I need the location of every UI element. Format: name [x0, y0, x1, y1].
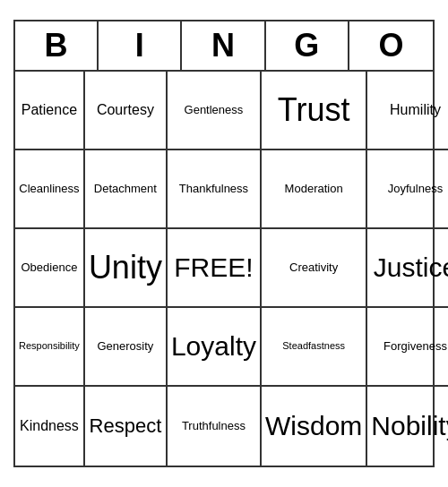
- header-row: BINGO: [15, 21, 433, 72]
- bingo-card: BINGO PatienceCourtesyGentlenessTrustHum…: [13, 20, 435, 467]
- cell-text: Loyalty: [171, 330, 256, 363]
- bingo-cell: Responsibility: [15, 308, 85, 387]
- bingo-grid: PatienceCourtesyGentlenessTrustHumilityC…: [15, 72, 433, 466]
- bingo-cell: Patience: [15, 72, 85, 150]
- bingo-cell: Thankfulness: [168, 150, 262, 229]
- cell-text: Obedience: [21, 261, 77, 275]
- bingo-cell: Forgiveness: [367, 308, 448, 387]
- bingo-cell: Justice: [367, 229, 448, 308]
- cell-text: Justice: [374, 252, 448, 284]
- bingo-cell: Obedience: [15, 229, 85, 308]
- cell-text: Nobility: [371, 410, 448, 442]
- cell-text: Generosity: [97, 339, 153, 354]
- cell-text: Creativity: [289, 261, 338, 275]
- bingo-cell: FREE!: [168, 229, 262, 308]
- cell-text: Trust: [278, 90, 350, 129]
- header-letter: I: [99, 21, 182, 70]
- bingo-cell: Cleanliness: [15, 150, 85, 229]
- bingo-cell: Gentleness: [168, 72, 262, 150]
- header-letter: O: [349, 21, 433, 70]
- bingo-cell: Moderation: [262, 150, 367, 229]
- cell-text: Responsibility: [19, 340, 80, 352]
- header-letter: B: [15, 21, 99, 70]
- cell-text: Thankfulness: [179, 182, 248, 196]
- bingo-cell: Wisdom: [262, 387, 367, 466]
- bingo-cell: Truthfulness: [168, 387, 262, 466]
- cell-text: Forgiveness: [383, 339, 447, 354]
- bingo-cell: Loyalty: [168, 308, 262, 387]
- header-letter: N: [182, 21, 265, 70]
- bingo-cell: Kindness: [15, 387, 85, 466]
- bingo-cell: Joyfulness: [367, 150, 448, 229]
- cell-text: Cleanliness: [19, 182, 79, 196]
- cell-text: Joyfulness: [388, 182, 443, 196]
- cell-text: Courtesy: [97, 101, 154, 118]
- bingo-cell: Unity: [85, 229, 168, 308]
- bingo-cell: Generosity: [85, 308, 168, 387]
- bingo-cell: Humility: [367, 72, 448, 150]
- bingo-cell: Nobility: [367, 387, 448, 466]
- cell-text: Kindness: [20, 417, 79, 434]
- header-letter: G: [266, 21, 349, 70]
- bingo-cell: Creativity: [262, 229, 367, 308]
- cell-text: Moderation: [285, 182, 343, 196]
- cell-text: Wisdom: [265, 410, 362, 442]
- bingo-cell: Detachment: [85, 150, 168, 229]
- bingo-cell: Courtesy: [85, 72, 168, 150]
- bingo-cell: Respect: [85, 387, 168, 466]
- cell-text: FREE!: [174, 252, 253, 284]
- bingo-cell: Steadfastness: [262, 308, 367, 387]
- cell-text: Truthfulness: [182, 419, 246, 433]
- cell-text: Patience: [22, 101, 77, 118]
- bingo-cell: Trust: [262, 72, 367, 150]
- cell-text: Gentleness: [185, 103, 244, 117]
- cell-text: Unity: [89, 248, 162, 286]
- cell-text: Humility: [390, 101, 441, 118]
- cell-text: Steadfastness: [282, 340, 345, 352]
- cell-text: Respect: [90, 414, 162, 438]
- cell-text: Detachment: [94, 182, 157, 196]
